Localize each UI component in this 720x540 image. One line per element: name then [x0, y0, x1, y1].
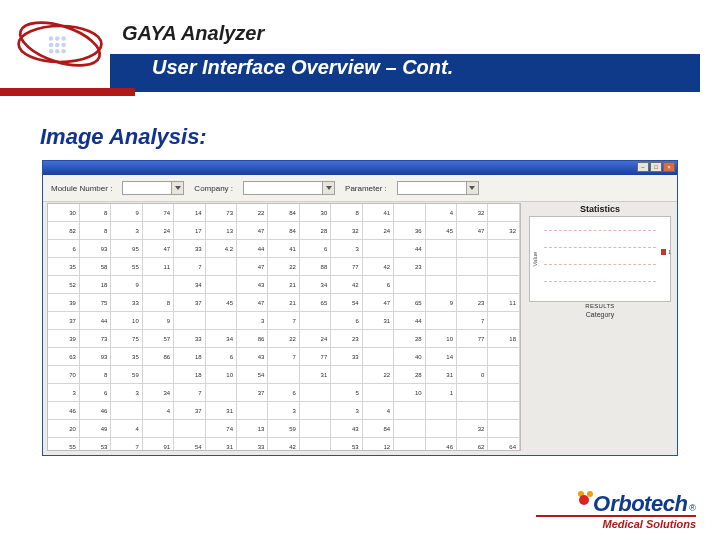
table-cell[interactable]: 8 [331, 204, 362, 222]
table-cell[interactable] [456, 240, 487, 258]
table-cell[interactable]: 46 [79, 402, 110, 420]
table-cell[interactable]: 37 [174, 294, 205, 312]
table-cell[interactable] [142, 366, 173, 384]
table-cell[interactable]: 3 [331, 402, 362, 420]
table-cell[interactable]: 6 [331, 312, 362, 330]
table-cell[interactable]: 7 [174, 258, 205, 276]
table-cell[interactable]: 17 [174, 222, 205, 240]
table-cell[interactable]: 73 [79, 330, 110, 348]
table-cell[interactable] [456, 384, 487, 402]
table-cell[interactable]: 18 [174, 366, 205, 384]
table-cell[interactable]: 23 [456, 294, 487, 312]
table-cell[interactable]: 73 [205, 204, 236, 222]
table-cell[interactable]: 37 [237, 384, 268, 402]
table-cell[interactable] [456, 402, 487, 420]
table-cell[interactable]: 46 [48, 402, 79, 420]
table-cell[interactable]: 6 [299, 240, 330, 258]
table-cell[interactable]: 4.2 [205, 240, 236, 258]
table-cell[interactable]: 28 [394, 366, 425, 384]
table-cell[interactable]: 11 [488, 294, 520, 312]
table-cell[interactable] [394, 438, 425, 452]
table-cell[interactable] [205, 312, 236, 330]
table-cell[interactable] [456, 348, 487, 366]
table-cell[interactable]: 59 [111, 366, 142, 384]
module-number-dropdown[interactable] [122, 181, 184, 195]
table-cell[interactable]: 32 [331, 222, 362, 240]
table-cell[interactable]: 34 [205, 330, 236, 348]
table-cell[interactable]: 40 [394, 348, 425, 366]
chevron-down-icon[interactable] [171, 182, 183, 194]
table-cell[interactable]: 45 [205, 294, 236, 312]
table-cell[interactable]: 42 [362, 258, 393, 276]
table-cell[interactable] [425, 312, 456, 330]
table-cell[interactable]: 11 [142, 258, 173, 276]
table-cell[interactable]: 8 [142, 294, 173, 312]
table-cell[interactable] [299, 312, 330, 330]
table-cell[interactable]: 47 [142, 240, 173, 258]
table-cell[interactable]: 3 [48, 384, 79, 402]
table-cell[interactable]: 93 [79, 240, 110, 258]
table-cell[interactable]: 54 [174, 438, 205, 452]
table-cell[interactable] [299, 420, 330, 438]
table-cell[interactable]: 65 [299, 294, 330, 312]
table-cell[interactable] [362, 330, 393, 348]
table-cell[interactable]: 18 [79, 276, 110, 294]
table-cell[interactable] [456, 258, 487, 276]
table-cell[interactable]: 18 [174, 348, 205, 366]
table-cell[interactable]: 10 [205, 366, 236, 384]
table-cell[interactable] [425, 240, 456, 258]
table-cell[interactable]: 6 [48, 240, 79, 258]
table-cell[interactable]: 33 [111, 294, 142, 312]
table-cell[interactable]: 4 [362, 402, 393, 420]
table-cell[interactable]: 45 [425, 222, 456, 240]
table-cell[interactable]: 52 [48, 276, 79, 294]
table-cell[interactable]: 13 [205, 222, 236, 240]
table-cell[interactable]: 6 [268, 384, 299, 402]
table-cell[interactable]: 41 [268, 240, 299, 258]
table-cell[interactable]: 24 [299, 330, 330, 348]
table-cell[interactable]: 8 [79, 222, 110, 240]
table-cell[interactable]: 65 [394, 294, 425, 312]
table-cell[interactable]: 7 [268, 312, 299, 330]
table-cell[interactable]: 62 [456, 438, 487, 452]
table-cell[interactable]: 82 [48, 222, 79, 240]
table-cell[interactable]: 0 [456, 366, 487, 384]
table-cell[interactable]: 9 [111, 204, 142, 222]
table-cell[interactable]: 37 [174, 402, 205, 420]
table-cell[interactable]: 41 [362, 204, 393, 222]
table-cell[interactable]: 34 [299, 276, 330, 294]
table-cell[interactable]: 43 [237, 348, 268, 366]
table-cell[interactable]: 10 [425, 330, 456, 348]
table-cell[interactable] [111, 402, 142, 420]
table-cell[interactable]: 23 [394, 258, 425, 276]
table-cell[interactable]: 32 [456, 204, 487, 222]
table-cell[interactable]: 77 [331, 258, 362, 276]
table-cell[interactable]: 3 [111, 222, 142, 240]
table-cell[interactable]: 57 [142, 330, 173, 348]
table-cell[interactable]: 21 [268, 294, 299, 312]
table-cell[interactable] [394, 420, 425, 438]
table-cell[interactable]: 58 [79, 258, 110, 276]
table-cell[interactable]: 22 [237, 204, 268, 222]
table-cell[interactable]: 74 [142, 204, 173, 222]
table-cell[interactable]: 22 [268, 330, 299, 348]
table-cell[interactable]: 47 [362, 294, 393, 312]
table-cell[interactable]: 84 [268, 204, 299, 222]
table-cell[interactable] [456, 276, 487, 294]
table-cell[interactable]: 47 [237, 222, 268, 240]
table-cell[interactable]: 53 [331, 438, 362, 452]
table-cell[interactable]: 20 [48, 420, 79, 438]
table-cell[interactable]: 28 [299, 222, 330, 240]
table-cell[interactable] [488, 312, 520, 330]
table-cell[interactable]: 77 [456, 330, 487, 348]
table-cell[interactable] [299, 438, 330, 452]
table-cell[interactable] [425, 402, 456, 420]
table-cell[interactable]: 36 [394, 222, 425, 240]
table-cell[interactable] [205, 384, 236, 402]
table-cell[interactable] [142, 420, 173, 438]
table-cell[interactable]: 53 [79, 438, 110, 452]
table-cell[interactable] [331, 366, 362, 384]
table-cell[interactable]: 86 [237, 330, 268, 348]
table-cell[interactable]: 9 [425, 294, 456, 312]
table-cell[interactable]: 39 [48, 330, 79, 348]
